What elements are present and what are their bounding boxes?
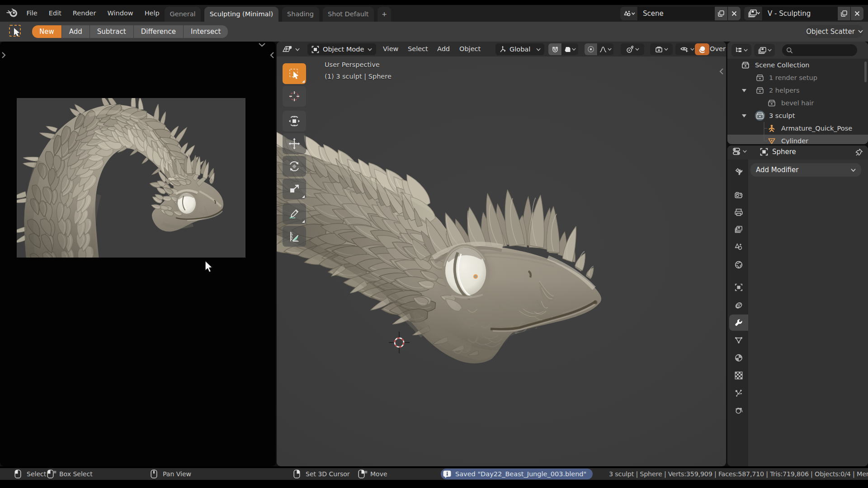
proportional-edit-toggle[interactable] <box>585 43 597 55</box>
menu-render[interactable]: Render <box>67 5 102 22</box>
constraints-tab-icon <box>734 301 743 310</box>
editor-type-button[interactable] <box>281 43 303 55</box>
outliner-tree: Scene Collection1 render setup2 helpersb… <box>727 59 868 144</box>
viewport-menu-select[interactable]: Select <box>408 42 428 56</box>
expand-right-edge-icon[interactable] <box>270 52 275 59</box>
snap-target-dropdown[interactable] <box>561 43 578 55</box>
add-workspace-tab[interactable]: + <box>377 7 391 22</box>
outliner-row-3-sculpt[interactable]: 3 sculpt <box>727 109 868 122</box>
modifiers-tab-icon <box>734 318 743 327</box>
object-scatter-button[interactable]: Object Scatter <box>806 25 863 38</box>
active-object-label: (1) 3 sculpt | Sphere <box>325 73 392 80</box>
tool-scale[interactable] <box>283 178 306 199</box>
chevron-down-icon <box>368 48 372 51</box>
material-tab-icon <box>734 353 743 362</box>
expand-left-panel-icon[interactable] <box>1 52 6 59</box>
outliner-filter-button[interactable] <box>731 44 751 56</box>
outliner-row-armature-quick-pose[interactable]: Armature_Quick_Pose <box>727 122 868 135</box>
properties-tab-material[interactable] <box>729 350 748 366</box>
properties-tab-texture[interactable] <box>729 367 748 384</box>
outliner-search-field[interactable] <box>782 44 857 56</box>
scene-name-field[interactable]: Scene <box>637 7 714 20</box>
tool-transform[interactable] <box>283 111 306 131</box>
menu-edit[interactable]: Edit <box>43 5 67 22</box>
tool-annotate[interactable] <box>283 203 306 224</box>
scene-icon[interactable] <box>620 7 637 20</box>
tool-move[interactable] <box>283 133 306 154</box>
properties-editor-type-button[interactable] <box>732 147 747 156</box>
outliner-row-1-render-setup[interactable]: 1 render setup <box>727 71 868 84</box>
workspace-tab-general[interactable]: General <box>165 7 201 22</box>
disclosure-triangle[interactable] <box>742 89 746 92</box>
overlays-eye-icon <box>680 46 689 53</box>
transform-orientation-selector[interactable]: Global <box>495 43 544 55</box>
add-modifier-button[interactable]: Add Modifier <box>750 163 861 177</box>
outliner-scrollbar[interactable] <box>864 61 867 82</box>
boolean-op-new[interactable]: New <box>32 25 62 38</box>
menu-file[interactable]: File <box>21 5 43 22</box>
workspace-tab-shot-default[interactable]: Shot Default <box>323 7 374 22</box>
properties-tab-world[interactable] <box>729 257 748 273</box>
workspace-tab-sculpting-minimal-[interactable]: Sculpting (Minimal) <box>204 7 278 22</box>
view-layer-icon[interactable] <box>744 7 762 20</box>
outliner-row-cylinder[interactable]: Cylinder <box>727 135 868 144</box>
scene-copy-button[interactable] <box>714 7 727 20</box>
outliner-item-label: bevel hair <box>781 99 814 107</box>
subtool-corner <box>302 80 305 83</box>
tool-select-box[interactable] <box>283 63 306 84</box>
outliner-item-label: 3 sculpt <box>769 112 795 119</box>
properties-tab-scene[interactable] <box>729 239 748 255</box>
outliner-row-scene-collection[interactable]: Scene Collection <box>727 59 868 71</box>
view-layer-copy-button[interactable] <box>837 7 850 20</box>
outliner-display-mode-button[interactable] <box>754 44 775 56</box>
viewport-3d[interactable]: Object Mode View Select Add Object Globa… <box>277 42 726 466</box>
view-layer-remove-button[interactable] <box>850 7 863 20</box>
menu-help[interactable]: Help <box>139 5 165 22</box>
pin-icon[interactable] <box>855 148 863 156</box>
boolean-op-difference[interactable]: Difference <box>134 25 184 38</box>
proportional-edit-icon <box>587 46 594 53</box>
snap-toggle[interactable] <box>548 43 561 55</box>
viewport-menu-view[interactable]: View <box>383 42 398 56</box>
properties-tab-particles[interactable] <box>729 385 748 401</box>
properties-tab-tool[interactable] <box>729 164 748 180</box>
view-layer-name-field[interactable]: V - Sculpting <box>762 7 837 20</box>
tool-cursor[interactable] <box>283 86 306 107</box>
sidebar-toggle-icon[interactable] <box>719 68 724 75</box>
boolean-op-subtract[interactable]: Subtract <box>90 25 134 38</box>
menu-window[interactable]: Window <box>102 5 139 22</box>
boolean-op-intersect[interactable]: Intersect <box>184 25 228 38</box>
properties-tab-physics[interactable] <box>729 403 748 419</box>
viewport-menu-object[interactable]: Object <box>459 42 481 56</box>
properties-tab-modifiers[interactable] <box>729 314 748 331</box>
save-notification[interactable]: Saved "Day22_Beast_Jungle_003.blend" <box>441 469 593 479</box>
falloff-dropdown[interactable] <box>597 43 613 55</box>
outliner-row-bevel-hair[interactable]: bevel hair <box>727 97 868 109</box>
workspace-tab-shading[interactable]: Shading <box>282 7 319 22</box>
chevron-down-icon <box>690 48 694 51</box>
scene-unlink-button[interactable] <box>727 7 741 20</box>
tool-rotate[interactable] <box>283 156 306 177</box>
gizmos-dropdown[interactable] <box>650 43 673 55</box>
boolean-op-add[interactable]: Add <box>62 25 90 38</box>
viewport-shading-button[interactable] <box>695 43 709 55</box>
mouse-cursor <box>204 260 214 274</box>
properties-tab-render[interactable] <box>729 187 748 203</box>
collapse-header-icon[interactable] <box>258 42 266 47</box>
disclosure-triangle[interactable] <box>742 114 746 117</box>
properties-tab-view-layer[interactable] <box>729 221 748 238</box>
properties-tab-output[interactable] <box>729 204 748 221</box>
collection-icon <box>741 61 750 69</box>
properties-tab-data[interactable] <box>729 332 748 348</box>
mode-selector[interactable]: Object Mode <box>307 43 376 55</box>
properties-tab-constraints[interactable] <box>729 297 748 314</box>
rotate-icon <box>288 160 301 173</box>
pivot-point-selector[interactable] <box>621 43 644 55</box>
viewport-toolbar <box>283 63 306 249</box>
scene-widget: Scene <box>620 7 741 20</box>
outliner-row-2-helpers[interactable]: 2 helpers <box>727 84 868 97</box>
tool-measure[interactable] <box>283 226 306 247</box>
viewport-menu-add[interactable]: Add <box>437 42 450 56</box>
properties-tab-object[interactable] <box>729 279 748 296</box>
active-tool-select-box-icon[interactable] <box>8 24 24 39</box>
